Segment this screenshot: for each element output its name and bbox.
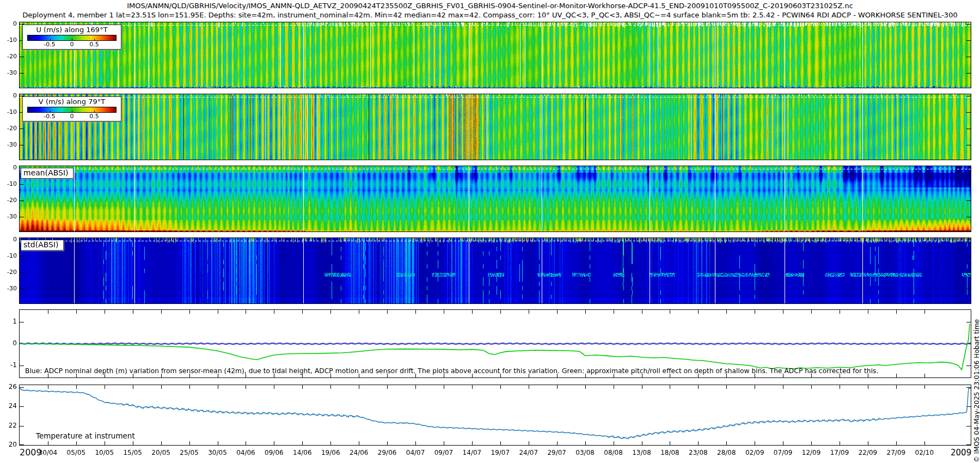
std-absi-heatmap (20, 238, 971, 303)
x-tick-label: 30/05 (208, 449, 227, 456)
y-tick-label: 0 (1, 92, 17, 100)
x-tick-label: 14/06 (293, 449, 312, 456)
y-tick-label: -20 (1, 53, 17, 60)
panel-temperature: Temperature at instrument (19, 385, 971, 446)
depth-variation-annotation: Blue: ADCP nominal depth (m) variation f… (25, 367, 878, 375)
x-tick-label: 18/08 (660, 449, 679, 456)
figure-subtitle: Deployment 4, member 1 lat=23.51S lon=15… (0, 11, 980, 19)
y-tick-label: -20 (1, 197, 17, 204)
colorbar-tick-labels: -0.500.5 (27, 41, 117, 48)
x-tick-label: 10/05 (95, 449, 114, 456)
y-tick-label: -30 (1, 213, 17, 221)
colorbar-tick-label: 0.5 (89, 113, 99, 120)
panel-std-absi: std(ABSI) (19, 237, 971, 304)
y-tick-label: 0 (1, 164, 17, 172)
panel-v-velocity: V (m/s) along 79°T -0.500.5 (19, 94, 971, 160)
v-legend-title: V (m/s) along 79°T (25, 98, 119, 106)
x-tick-label: 03/08 (575, 449, 595, 456)
mean-absi-heatmap (20, 166, 971, 232)
v-velocity-heatmap (20, 94, 971, 160)
colorbar-tick-label: 0 (70, 113, 74, 120)
x-tick-label: 22/09 (859, 449, 878, 456)
panel-mean-absi: mean(ABSI) (19, 166, 971, 232)
std-absi-label: std(ABSI) (21, 240, 64, 251)
x-tick-label: 27/09 (887, 449, 906, 456)
colorbar-tick-label: -0.5 (44, 41, 55, 48)
y-tick-label: -20 (1, 125, 17, 132)
x-tick-label: 08/08 (604, 449, 623, 456)
y-tick-label: -30 (1, 69, 17, 77)
x-tick-label: 14/07 (463, 449, 482, 456)
y-tick-label: 22 (1, 422, 17, 430)
y-tick-label: -30 (1, 285, 17, 293)
colorbar-tick-label: -0.5 (44, 113, 55, 120)
jet-colorbar (27, 35, 117, 41)
x-tick-label: 19/06 (321, 449, 340, 456)
u-colorbar-legend: U (m/s) along 169°T -0.500.5 (22, 25, 121, 50)
x-axis-year-right: 2009 (951, 448, 971, 458)
x-tick-label: 29/07 (547, 449, 566, 456)
y-tick-label: -30 (1, 141, 17, 149)
temperature-lineplot (20, 385, 971, 445)
y-tick-label: 1 (1, 318, 17, 326)
y-tick-label: -1 (1, 361, 17, 369)
y-tick-label: 0 (1, 236, 17, 243)
colorbar-tick-label: 0 (70, 41, 74, 48)
v-colorbar-legend: V (m/s) along 79°T -0.500.5 (22, 96, 121, 121)
y-tick-label: 0 (1, 339, 17, 348)
adcp-report-figure: IMOS/ANMN/QLD/GBRHIS/Velocity/IMOS_ANMN-… (0, 0, 980, 463)
x-tick-label: 20/05 (151, 449, 170, 456)
jet-colorbar (27, 107, 117, 113)
x-tick-label: 19/07 (491, 449, 510, 456)
x-tick-label: 09/07 (434, 449, 454, 456)
x-tick-label: 02/10 (915, 449, 934, 456)
imos-watermark: © IMOS 04-May-2025 23:01:06 Hobart time (973, 319, 980, 462)
x-tick-label: 23/08 (689, 449, 708, 456)
y-tick-label: 0 (1, 20, 17, 28)
y-tick-label: -10 (1, 180, 17, 188)
x-tick-label: 30/04 (39, 449, 58, 456)
x-tick-label: 17/09 (830, 449, 849, 456)
x-tick-label: 12/09 (802, 449, 821, 456)
figure-title: IMOS/ANMN/QLD/GBRHIS/Velocity/IMOS_ANMN-… (0, 2, 980, 10)
y-tick-label: -10 (1, 36, 17, 44)
x-tick-label: 29/06 (378, 449, 397, 456)
y-tick-label: 20 (1, 441, 17, 449)
x-tick-label: 25/05 (180, 449, 199, 456)
u-legend-title: U (m/s) along 169°T (25, 26, 119, 34)
y-tick-label: -10 (1, 252, 17, 260)
x-tick-label: 04/07 (406, 449, 425, 456)
panel-depth-variation: Blue: ADCP nominal depth (m) variation f… (19, 309, 971, 378)
colorbar-tick-labels: -0.500.5 (27, 113, 117, 120)
u-velocity-heatmap (20, 22, 971, 88)
panel-u-velocity: U (m/s) along 169°T -0.500.5 (19, 22, 971, 88)
x-tick-label: 24/07 (519, 449, 538, 456)
mean-absi-label: mean(ABSI) (21, 168, 74, 179)
x-tick-label: 28/08 (717, 449, 736, 456)
temperature-label: Temperature at instrument (36, 431, 135, 440)
y-tick-label: -10 (1, 108, 17, 116)
x-tick-label: 04/06 (236, 449, 255, 456)
y-tick-label: -20 (1, 269, 17, 276)
x-tick-label: 15/05 (123, 449, 142, 456)
x-tick-label: 02/09 (745, 449, 764, 456)
x-tick-label: 24/06 (350, 449, 369, 456)
x-tick-label: 13/08 (632, 449, 651, 456)
y-tick-label: 26 (1, 383, 17, 391)
x-tick-label: 09/06 (265, 449, 284, 456)
y-tick-label: 24 (1, 402, 17, 410)
colorbar-tick-label: 0.5 (89, 41, 99, 48)
x-tick-label: 07/09 (774, 449, 793, 456)
x-tick-label: 05/05 (67, 449, 86, 456)
